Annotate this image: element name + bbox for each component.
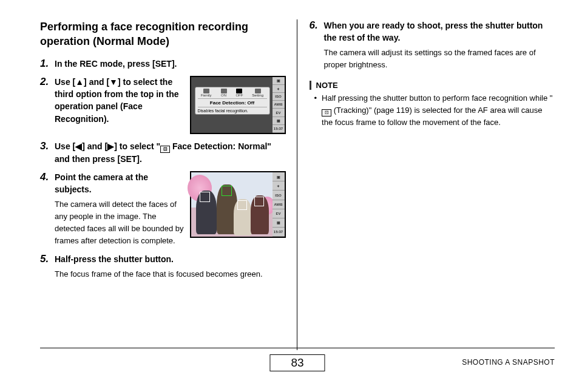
- note-label: NOTE: [316, 81, 555, 90]
- sidebar-time: 15:37: [273, 125, 285, 133]
- step-number: 5.: [40, 253, 55, 280]
- sidebar-icon: ▣: [273, 77, 285, 85]
- step-desc: The focus frame of the face that is focu…: [55, 268, 286, 280]
- step-1: 1. In the REC mode, press [SET].: [40, 58, 286, 70]
- step-desc: The camera will adjust its settings so t…: [324, 47, 555, 71]
- sidebar-icon: EV: [273, 209, 285, 218]
- note-block: NOTE: [310, 81, 555, 90]
- column-divider: [297, 19, 297, 350]
- sidebar-icon: AWB: [273, 200, 285, 209]
- step-lead: Half-press the shutter button.: [55, 253, 286, 265]
- right-column: 6. When you are ready to shoot, press th…: [299, 19, 555, 350]
- panel-tabs: Family ON OFF Setting: [198, 89, 267, 99]
- note-text: Half pressing the shutter button to perf…: [322, 92, 555, 129]
- note-part: Half pressing the shutter button to perf…: [322, 93, 552, 103]
- tab-label: Family: [201, 93, 212, 97]
- photo-background: [191, 172, 273, 237]
- lead-part: Use [◀] and [▶] to select ": [55, 141, 160, 151]
- sidebar-icon: ▦: [273, 117, 285, 125]
- footer: 83 SHOOTING A SNAPSHOT: [40, 348, 555, 375]
- sidebar-icon: ISO: [273, 93, 285, 101]
- sidebar-icon: AWB: [273, 101, 285, 109]
- left-column: Performing a face recognition recording …: [40, 19, 296, 350]
- section-label: SHOOTING A SNAPSHOT: [462, 358, 555, 367]
- panel-subtitle: Disables facial recognition.: [198, 107, 267, 113]
- note-bullet: • Half pressing the shutter button to pe…: [310, 92, 555, 129]
- sidebar-icon: ISO: [273, 191, 285, 200]
- step-6: 6. When you are ready to shoot, press th…: [310, 19, 555, 71]
- section-title: Performing a face recognition recording …: [40, 19, 286, 49]
- sidebar-icon: ✦: [273, 85, 285, 93]
- camera-sidebar: ▣ ✦ ISO AWB EV ▦ 15:37: [273, 172, 285, 237]
- panel-title: Face Detection: Off: [198, 100, 267, 106]
- step-2: 2. Use [▲] and [▼] to select the third o…: [40, 76, 286, 134]
- step-number: 2.: [40, 76, 55, 134]
- face-detect-icon: ⊡: [160, 146, 170, 153]
- sidebar-icon: ✦: [273, 181, 285, 191]
- step-number: 4.: [40, 171, 55, 247]
- step-number: 3.: [40, 140, 55, 165]
- sidebar-icon: ▣: [273, 172, 285, 181]
- step-lead: In the REC mode, press [SET].: [55, 58, 286, 70]
- page-number: 83: [269, 354, 325, 371]
- content-columns: Performing a face recognition recording …: [40, 19, 555, 350]
- sidebar-icon: ▦: [273, 218, 285, 228]
- step-lead: Use [▲] and [▼] to select the third opti…: [55, 76, 184, 125]
- bullet-icon: •: [314, 92, 317, 129]
- tab-label: Setting: [252, 93, 263, 97]
- step-number: 6.: [310, 19, 324, 71]
- step-lead: When you are ready to shoot, press the s…: [324, 19, 555, 44]
- step-desc: The camera will detect the faces of any …: [55, 198, 184, 248]
- step-4: 4. Point the camera at the subjects. The…: [40, 171, 286, 247]
- tab-label: ON: [221, 93, 226, 97]
- operation-panel: Family ON OFF Setting Face Detection: Of…: [195, 87, 270, 115]
- step-5: 5. Half-press the shutter button. The fo…: [40, 253, 286, 280]
- step-lead: Point the camera at the subjects.: [55, 171, 184, 196]
- camera-photo-screenshot: ▣ ✦ ISO AWB EV ▦ 15:37: [190, 171, 286, 238]
- tracking-icon: ⊡: [322, 109, 331, 117]
- step-lead: Use [◀] and [▶] to select "⊡ Face Detect…: [55, 140, 286, 165]
- tab-label: OFF: [235, 93, 243, 97]
- sidebar-time: 15:37: [273, 228, 285, 237]
- step-number: 1.: [40, 58, 55, 70]
- step-3: 3. Use [◀] and [▶] to select "⊡ Face Det…: [40, 140, 286, 165]
- camera-sidebar: ▣ ✦ ISO AWB EV ▦ 15:37: [273, 77, 285, 133]
- camera-panel-screenshot: ▣ ✦ ISO AWB EV ▦ 15:37 Family ON OFF: [190, 76, 286, 134]
- sidebar-icon: EV: [273, 109, 285, 117]
- footer-rule: [40, 348, 555, 348]
- note-part: (Tracking)" (page 119) is selected for t…: [322, 106, 542, 127]
